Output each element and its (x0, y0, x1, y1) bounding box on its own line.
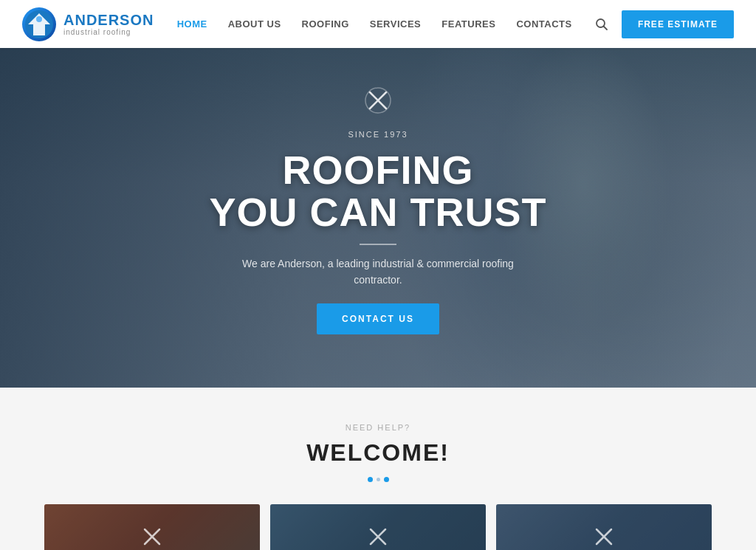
service-cards: THE BESTWATERPROOFING Superior craftsman… (22, 504, 734, 550)
nav-features[interactable]: FEATURES (441, 18, 495, 30)
hero-section: SINCE 1973 ROOFING YOU CAN TRUST We are … (0, 48, 756, 388)
welcome-section: NEED HELP? WELCOME! THE BESTWATERPROOFIN… (0, 388, 756, 550)
hero-tools-icon (364, 86, 392, 120)
need-help-label: NEED HELP? (22, 423, 734, 432)
cross-icon-2 (368, 527, 388, 550)
nav-about[interactable]: ABOUT US (228, 18, 281, 30)
hero-divider (360, 244, 396, 245)
cross-icon-3 (594, 527, 614, 550)
hero-title-line2: YOU CAN TRUST (210, 190, 547, 234)
hero-title: ROOFING YOU CAN TRUST (210, 149, 547, 233)
svg-point-2 (36, 16, 42, 22)
logo-text: ANDERSON industrial roofing (63, 12, 154, 36)
hero-cta-button[interactable]: CONTACT US (317, 303, 439, 334)
dot-3 (384, 477, 389, 482)
nav-roofing[interactable]: ROOFING (302, 18, 349, 30)
hero-subtitle: We are Anderson, a leading industrial & … (223, 255, 533, 289)
main-nav: HOME ABOUT US ROOFING SERVICES FEATURES … (177, 18, 572, 30)
card-maintenance[interactable]: MAINTENANCE &REPAIR We respond quickly t… (496, 504, 712, 550)
hero-since: SINCE 1973 (348, 130, 408, 139)
card-new-roofing[interactable]: NEW ROOFINGSYSTEMS Anderson is a certifi… (270, 504, 486, 550)
card-waterproofing[interactable]: THE BESTWATERPROOFING Superior craftsman… (44, 504, 260, 550)
free-estimate-button[interactable]: FREE ESTIMATE (622, 10, 734, 38)
logo[interactable]: ANDERSON industrial roofing (22, 7, 154, 41)
welcome-title: WELCOME! (22, 439, 734, 467)
nav-contacts[interactable]: CONTACTS (516, 18, 571, 30)
hero-title-line1: ROOFING (283, 148, 474, 192)
nav-services[interactable]: SERVICES (370, 18, 422, 30)
svg-line-4 (603, 26, 607, 30)
logo-icon (22, 7, 56, 41)
nav-home[interactable]: HOME (177, 18, 207, 30)
header-actions: FREE ESTIMATE (595, 10, 734, 38)
search-button[interactable] (595, 18, 608, 31)
search-icon (595, 18, 608, 31)
card-content-2: NEW ROOFINGSYSTEMS Anderson is a certifi… (270, 504, 486, 550)
logo-subtitle: industrial roofing (63, 28, 154, 36)
cross-icon-1 (142, 527, 162, 550)
dot-1 (368, 477, 373, 482)
header: ANDERSON industrial roofing HOME ABOUT U… (0, 0, 756, 48)
logo-title: ANDERSON (63, 12, 154, 28)
decorative-dots (22, 477, 734, 482)
card-content-1: THE BESTWATERPROOFING Superior craftsman… (44, 504, 260, 550)
dot-2 (377, 478, 380, 481)
hero-content: SINCE 1973 ROOFING YOU CAN TRUST We are … (210, 86, 547, 334)
card-content-3: MAINTENANCE &REPAIR We respond quickly t… (496, 504, 712, 550)
